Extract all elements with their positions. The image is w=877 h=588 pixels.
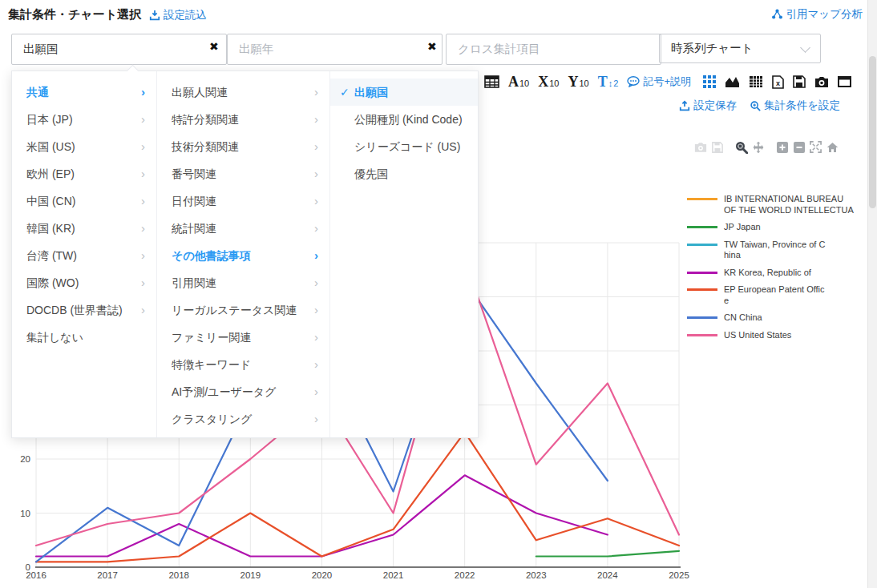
scrollbar-thumb[interactable]	[869, 56, 876, 208]
magnifier-icon	[750, 100, 761, 111]
menu-item-label: クラスタリング	[172, 405, 309, 433]
menu-item-label: 国際 (WO)	[26, 269, 136, 296]
menu-item[interactable]: 台湾 (TW)›	[12, 242, 156, 269]
legend-toggle-button[interactable]: 記号+説明	[627, 75, 691, 89]
menu-item[interactable]: リーガルステータス関連›	[157, 296, 329, 324]
save-icon[interactable]	[793, 75, 806, 88]
legend-item[interactable]: EP European Patent Offic e	[687, 284, 854, 306]
menu-item[interactable]: 中国 (CN)›	[12, 187, 156, 215]
font-size-all-button[interactable]: A10	[508, 75, 529, 88]
chevron-right-icon: ›	[314, 106, 318, 133]
svg-text:x: x	[776, 79, 780, 87]
menu-item[interactable]: 韓国 (KR)›	[12, 215, 156, 242]
chevron-right-icon: ›	[314, 242, 318, 269]
speech-bubble-icon	[627, 76, 640, 87]
chevron-right-icon: ›	[314, 324, 318, 351]
menu-item[interactable]: 出願人関連›	[157, 79, 329, 106]
font-size-y-button[interactable]: Y10	[568, 75, 589, 88]
legend-swatch	[687, 272, 717, 274]
menu-item[interactable]: 国際 (WO)›	[12, 269, 156, 296]
menu-item[interactable]: 特許分類関連›	[157, 106, 329, 133]
zoom-in-icon[interactable]	[774, 139, 790, 155]
legend-label: JP Japan	[724, 222, 761, 233]
reset-home-icon[interactable]	[824, 139, 841, 155]
menu-item-label: シリーズコード (US)	[354, 133, 467, 160]
pan-mode-icon[interactable]	[750, 139, 766, 155]
menu-item-label: 公開種別 (Kind Code)	[354, 106, 467, 133]
table-icon[interactable]	[484, 75, 499, 88]
series-line-4	[36, 432, 679, 562]
chevron-right-icon: ›	[314, 378, 318, 405]
tilt-label-button[interactable]: T↕2	[598, 75, 619, 88]
x-tick-label: 2023	[526, 570, 547, 580]
menu-item[interactable]: 欧州 (EP)›	[12, 160, 156, 187]
font-size-x-button[interactable]: X10	[538, 75, 559, 88]
menu-item-label: 台湾 (TW)	[26, 242, 136, 269]
menu-item[interactable]: 技術分類関連›	[157, 133, 329, 160]
menu-item[interactable]: DOCDB (世界書誌)›	[12, 296, 156, 324]
calculator-icon[interactable]	[749, 75, 763, 88]
menu-item[interactable]: その他書誌事項›	[157, 242, 329, 269]
menu-item-label: 引用関連	[172, 269, 309, 296]
legend-item[interactable]: JP Japan	[687, 222, 854, 233]
menu-item[interactable]: シリーズコード (US)	[330, 133, 478, 160]
menu-item[interactable]: 特徴キーワード›	[157, 351, 329, 378]
menu-item[interactable]: 番号関連›	[157, 160, 329, 187]
save-settings-link[interactable]: 設定保存	[679, 99, 737, 113]
legend-item[interactable]: KR Korea, Republic of	[687, 268, 854, 279]
zoom-mode-icon[interactable]	[733, 139, 750, 155]
x-tick-label: 2024	[597, 570, 618, 580]
menu-item[interactable]: 集計しない	[12, 324, 156, 351]
menu-item[interactable]: 日本 (JP)›	[12, 106, 156, 133]
legend-item[interactable]: US United States	[687, 330, 854, 341]
area-chart-icon[interactable]	[725, 75, 740, 88]
scrollbar[interactable]	[867, 0, 877, 588]
chart-actions: 設定保存 集計条件を設定	[679, 99, 840, 113]
chart-legend: IB INTERNATIONAL BUREAU OF THE WORLD INT…	[687, 194, 854, 347]
y-tick-label: 0	[26, 562, 30, 572]
menu-item[interactable]: クラスタリング›	[157, 405, 329, 433]
menu-item-label: 統計関連	[172, 215, 309, 242]
grid-view-icon[interactable]	[703, 75, 716, 88]
legend-swatch	[687, 226, 717, 228]
menu-item[interactable]: 米国 (US)›	[12, 133, 156, 160]
autoscale-icon[interactable]	[807, 139, 824, 155]
chart-toolbar: A10 X10 Y10 T↕2 記号+説明	[468, 72, 851, 91]
x-tick-label: 2017	[97, 570, 118, 580]
chevron-right-icon: ›	[314, 187, 318, 215]
menu-item[interactable]: AI予測/ユーザータグ›	[157, 378, 329, 405]
legend-label: US United States	[724, 330, 791, 341]
save-settings-label: 設定保存	[693, 99, 737, 113]
legend-label: EP European Patent Offic e	[724, 284, 825, 306]
menu-item[interactable]: 公開種別 (Kind Code)	[330, 106, 478, 133]
chevron-right-icon: ›	[141, 242, 145, 269]
chart-modebar	[692, 139, 841, 155]
menu-item[interactable]: 共通›	[12, 79, 156, 106]
menu-item-label: 欧州 (EP)	[26, 160, 136, 187]
legend-item[interactable]: TW Taiwan, Province of C hina	[687, 240, 854, 261]
legend-swatch	[687, 288, 717, 291]
menu-item[interactable]: 優先国	[330, 160, 478, 187]
menu-item[interactable]: ✓出願国	[330, 79, 478, 106]
menu-item-label: 日本 (JP)	[26, 106, 136, 133]
legend-label: TW Taiwan, Province of C hina	[724, 240, 825, 261]
chevron-right-icon: ›	[314, 405, 318, 433]
legend-item[interactable]: CN China	[687, 312, 854, 324]
zoom-out-icon[interactable]	[790, 139, 807, 155]
x-tick-label: 2020	[312, 570, 333, 580]
menu-item[interactable]: 日付関連›	[157, 187, 329, 215]
menu-item[interactable]: ファミリー関連›	[157, 324, 329, 351]
menu-item[interactable]: 引用関連›	[157, 269, 329, 296]
camera-icon[interactable]	[814, 76, 829, 88]
legend-item[interactable]: IB INTERNATIONAL BUREAU OF THE WORLD INT…	[687, 194, 854, 215]
menu-item-label: 出願国	[354, 79, 467, 106]
snapshot-camera-icon[interactable]	[692, 139, 709, 155]
x-tick-label: 2021	[383, 570, 404, 580]
chevron-right-icon: ›	[141, 106, 145, 133]
excel-export-icon[interactable]: x	[772, 75, 784, 89]
set-conditions-link[interactable]: 集計条件を設定	[750, 99, 840, 113]
upload-icon	[679, 100, 690, 111]
save-chart-icon[interactable]	[709, 139, 725, 155]
window-icon[interactable]	[838, 76, 851, 87]
menu-item[interactable]: 統計関連›	[157, 215, 329, 242]
